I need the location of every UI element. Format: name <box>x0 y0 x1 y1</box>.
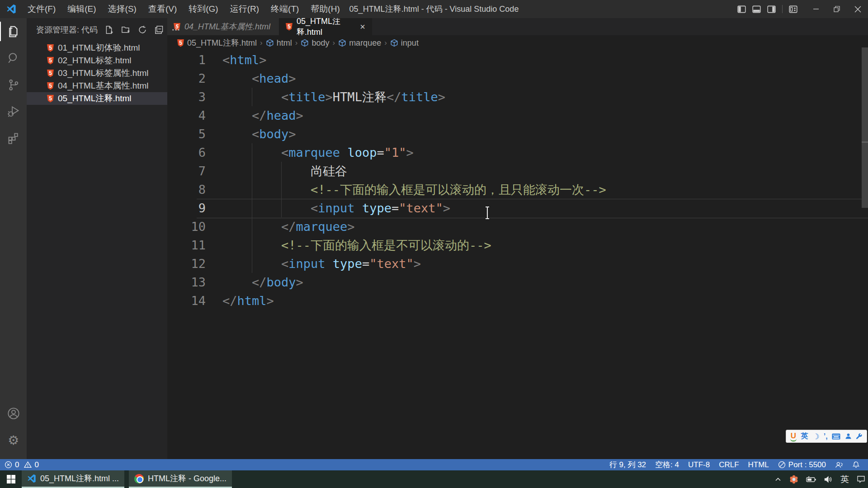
toggle-secondary-sidebar-icon[interactable] <box>767 5 776 14</box>
customize-layout-icon[interactable] <box>789 5 797 14</box>
ime-logo-icon[interactable]: U <box>790 432 797 441</box>
activitybar-explorer[interactable] <box>0 18 27 45</box>
token-punct: > <box>326 90 333 104</box>
menu-file[interactable]: 文件(F) <box>22 0 61 18</box>
code-editor[interactable]: 1<html>2 <head>3 <title>HTML注释</title>4 … <box>167 51 868 459</box>
token-punct: </ <box>222 294 237 308</box>
taskbar-app-chrome[interactable]: HTML注释 - Google... <box>129 470 232 488</box>
tab-close-icon[interactable]: × <box>360 22 365 31</box>
editor-tab[interactable]: 504_HTML基本属性.html <box>167 18 279 35</box>
explorer-icon <box>7 25 20 38</box>
token-punct: < <box>281 90 288 104</box>
menu-selection[interactable]: 选择(S) <box>102 0 142 18</box>
tray-battery-icon[interactable] <box>806 476 816 483</box>
token-ws <box>222 127 252 141</box>
status-label: HTML <box>748 460 769 469</box>
language-mode[interactable]: HTML <box>744 459 774 470</box>
ime-fullwidth-moon-icon[interactable]: ☽ <box>812 432 819 441</box>
ime-person-icon[interactable] <box>845 433 852 440</box>
feedback-icon[interactable] <box>830 459 848 470</box>
menu-run[interactable]: 运行(R) <box>224 0 265 18</box>
breadcrumb-segment[interactable]: input <box>390 38 419 48</box>
file-name: 01_HTML初体验.html <box>58 42 140 54</box>
tray-flower-icon[interactable] <box>789 475 798 484</box>
line-number: 2 <box>167 69 206 88</box>
live-server-port[interactable]: Port : 5500 <box>774 459 830 470</box>
indentation[interactable]: 空格: 4 <box>651 459 684 470</box>
breadcrumb-segment[interactable]: body <box>301 38 329 48</box>
tray-action-center-icon[interactable] <box>857 475 865 483</box>
token-tag: head <box>267 108 296 122</box>
new-folder-icon[interactable] <box>121 25 131 35</box>
restore-button[interactable] <box>826 0 847 18</box>
code-line: 7 尚硅谷 <box>167 162 868 180</box>
file-item[interactable]: 502_HTML标签.html <box>27 54 167 67</box>
editor-scrollbar[interactable] <box>862 47 868 208</box>
breadcrumb-file[interactable]: 505_HTML注释.html <box>177 38 257 48</box>
start-button[interactable] <box>0 470 22 488</box>
html5-file-icon: 5 <box>47 70 54 77</box>
tray-ime-language[interactable]: 英 <box>840 474 849 485</box>
code-line: 6 <marquee loop="1"> <box>167 143 868 162</box>
token-tag: input <box>318 201 354 215</box>
code-line: 12 <input type="text"> <box>167 254 868 273</box>
breadcrumb-segment-label: input <box>401 38 419 48</box>
activitybar-search[interactable] <box>0 45 27 71</box>
refresh-icon[interactable] <box>137 25 147 35</box>
cursor-position[interactable]: 行 9, 列 32 <box>605 459 651 470</box>
errors-icon <box>5 461 12 469</box>
token-ws <box>222 90 281 104</box>
token-tag: body <box>259 127 288 141</box>
activitybar-source-control[interactable] <box>0 71 27 98</box>
activitybar-run-debug[interactable] <box>0 98 27 125</box>
taskbar-app-vscode[interactable]: 05_HTML注释.html ... <box>22 470 124 488</box>
account-icon[interactable] <box>0 400 27 427</box>
line-content: </body> <box>222 273 303 291</box>
file-item[interactable]: 505_HTML注释.html <box>27 92 167 105</box>
line-content: <!--下面的输入框是不可以滚动的--> <box>222 236 491 254</box>
tray-chevron-up-icon[interactable] <box>774 476 782 483</box>
line-number: 11 <box>167 236 206 254</box>
status-label: 行 9, 列 32 <box>609 460 646 470</box>
editor-tab[interactable]: 505_HTML注释.html× <box>279 18 372 35</box>
ime-language-mode[interactable]: 英 <box>801 432 808 441</box>
line-content: <marquee loop="1"> <box>222 143 414 162</box>
ime-punctuation-mode[interactable]: ’, <box>824 432 828 441</box>
line-number: 10 <box>167 217 206 236</box>
close-button[interactable] <box>847 0 868 18</box>
toggle-sidebar-icon[interactable] <box>737 5 746 14</box>
menu-edit[interactable]: 编辑(E) <box>61 0 102 18</box>
minimize-button[interactable] <box>806 0 826 18</box>
breadcrumb-segment[interactable]: marquee <box>338 38 381 48</box>
scrollbar-marker <box>862 141 868 143</box>
line-number: 13 <box>167 273 206 291</box>
breadcrumb-file-label: 05_HTML注释.html <box>187 38 257 48</box>
mouse-ibeam-cursor <box>484 206 491 221</box>
menu-go[interactable]: 转到(G) <box>183 0 224 18</box>
ime-keyboard-icon[interactable] <box>832 433 840 440</box>
file-item[interactable]: 504_HTML基本属性.html <box>27 80 167 92</box>
settings-gear-icon[interactable]: ⚙ <box>0 427 27 454</box>
problems-indicator[interactable]: 0 0 <box>5 460 39 469</box>
new-file-icon[interactable] <box>104 25 114 35</box>
breadcrumb-segment-label: marquee <box>349 38 381 48</box>
file-item[interactable]: 503_HTML标签属性.html <box>27 67 167 80</box>
file-item[interactable]: 501_HTML初体验.html <box>27 42 167 54</box>
token-attr: loop <box>347 145 377 160</box>
token-punct: > <box>443 201 450 215</box>
activitybar-extensions[interactable] <box>0 125 27 151</box>
menu-view[interactable]: 查看(V) <box>142 0 183 18</box>
menu-help[interactable]: 帮助(H) <box>305 0 345 18</box>
ime-wrench-icon[interactable] <box>856 433 863 440</box>
collapse-all-icon[interactable] <box>154 25 164 35</box>
encoding[interactable]: UTF-8 <box>684 459 714 470</box>
token-punct: </ <box>281 220 296 234</box>
notifications-bell-icon[interactable] <box>848 459 864 470</box>
more-icon[interactable] <box>171 25 181 35</box>
tray-speaker-icon[interactable] <box>824 476 833 483</box>
eol[interactable]: CRLF <box>714 459 743 470</box>
menu-terminal[interactable]: 终端(T) <box>265 0 305 18</box>
breadcrumb-separator: › <box>260 38 263 47</box>
toggle-panel-icon[interactable] <box>752 5 761 14</box>
breadcrumb-segment[interactable]: html <box>266 38 292 48</box>
